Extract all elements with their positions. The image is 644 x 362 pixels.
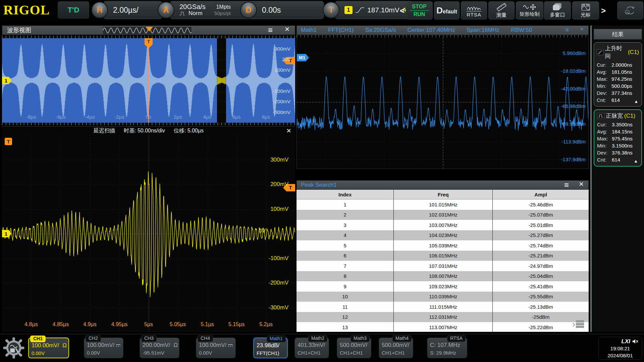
peak-cell: -25.13dBm bbox=[493, 302, 589, 312]
stop-run-divider bbox=[410, 10, 429, 11]
stop-run-button[interactable]: STOP RUN bbox=[406, 1, 433, 19]
acquire-knob[interactable]: A bbox=[158, 2, 174, 18]
stat-value: 3.1500ns bbox=[612, 142, 633, 149]
channel-offset: CH1+CH1 bbox=[298, 350, 326, 356]
fft-operation: FFT(CH1) bbox=[328, 27, 354, 34]
delay-knob[interactable]: D bbox=[240, 2, 257, 18]
channel-tab[interactable]: Math2 bbox=[308, 335, 327, 342]
peak-cell: 101.015MHz bbox=[394, 199, 493, 210]
peak-table-row[interactable]: 10110.039MHz-25.55dBm bbox=[297, 292, 589, 302]
cursor-button[interactable]: A B 光标 bbox=[572, 1, 599, 19]
t-axis-label: 4.8µs bbox=[19, 321, 43, 327]
channel-tab[interactable]: Math4 bbox=[392, 335, 412, 342]
peak-cell: 108.007MHz bbox=[394, 271, 493, 282]
channel-card-math3[interactable]: Math3500.00mV/CH1+CH1 bbox=[337, 338, 371, 358]
fft-plot[interactable]: M1 5.960dBm-18.02dBm-42.00dBm-65.98dBm-8… bbox=[297, 35, 589, 169]
channel-tab[interactable]: CH2 bbox=[86, 335, 101, 342]
delayed-sweep-plot[interactable]: T 1 T 300mV200mV100mV0V-100mV-200mV-300m… bbox=[2, 135, 295, 332]
wave-view-plot[interactable]: T 1 T 300mV200100mV-100mV-200mV-300mV-8µ… bbox=[2, 36, 295, 125]
wave-close-icon[interactable]: × bbox=[285, 26, 289, 33]
stat-row: Cnt:614▲ bbox=[597, 97, 639, 104]
channel-card-math1[interactable]: Math123.98dB/FFT(CH1) bbox=[253, 338, 288, 358]
v-axis-label: -100mV bbox=[267, 88, 290, 94]
peak-cell: 106.015MHz bbox=[394, 251, 493, 261]
channel-tab[interactable]: RTSA bbox=[447, 335, 466, 342]
channel-tab[interactable]: Math3 bbox=[351, 335, 370, 342]
peak-close-icon[interactable]: × bbox=[579, 181, 584, 187]
nav-left-chevron[interactable]: < bbox=[400, 6, 405, 15]
peak-cell: 11 bbox=[297, 302, 394, 312]
stat-row: Avg:181.05ns bbox=[597, 68, 639, 75]
peak-cell: 110.039MHz bbox=[394, 292, 493, 302]
channel-card-math4[interactable]: Math4500.00mV/CH1+CH1 bbox=[379, 338, 413, 358]
channel-tab[interactable]: Math1 bbox=[267, 336, 286, 342]
peak-table-row[interactable]: 7107.031MHz-24.97dBm bbox=[297, 261, 589, 271]
rigol-gear-logo[interactable] bbox=[3, 336, 25, 360]
default-button[interactable]: Default bbox=[434, 1, 460, 19]
measurement-card[interactable]: 正脉宽(C1)Cur:3.3500nsAvg:184.15nsMax:975.4… bbox=[594, 109, 642, 167]
zoom-trigger-tag[interactable]: T bbox=[5, 138, 12, 145]
stat-value: 181.05ns bbox=[611, 68, 632, 75]
delayed-sweep-close-icon[interactable]: × bbox=[286, 126, 291, 135]
peak-table-row[interactable]: 4104.023MHz-25.27dBm bbox=[297, 230, 589, 241]
collapse-triangle-icon[interactable]: ▲ bbox=[634, 98, 638, 105]
channel-offset: S: 29.9MHz bbox=[430, 350, 464, 356]
peak-expand-icon[interactable]: › bbox=[572, 320, 584, 328]
delay-pill[interactable]: 0.00s bbox=[252, 1, 324, 19]
channel-card-ch2[interactable]: CH2100.00mV/0.00V bbox=[84, 338, 123, 358]
peak-table-row[interactable]: 2102.031MHz-25.07dBm bbox=[297, 210, 589, 220]
channel-tab[interactable]: CH1 bbox=[30, 336, 46, 342]
peak-table-row[interactable]: 12112.031MHz-25dBm bbox=[297, 312, 589, 322]
peak-cell: 113.007MHz bbox=[394, 322, 493, 332]
peak-table-row[interactable]: 13113.007MHz-25.22dBm bbox=[297, 322, 589, 332]
circular-arrows-icon bbox=[624, 5, 637, 16]
peak-table-row[interactable]: 1101.015MHz-25.46dBm bbox=[297, 199, 589, 210]
channel-card-ch4[interactable]: CH4100.00mV/0.00V bbox=[196, 338, 236, 358]
peak-table-row[interactable]: 8108.007MHz-25.04dBm bbox=[297, 271, 589, 282]
peak-table-row[interactable]: 3103.007MHz-25.01dBm bbox=[297, 220, 589, 230]
channel-card-ch3[interactable]: CH3200.00mV/Ω-95.51mV bbox=[140, 338, 179, 358]
collapse-triangle-icon[interactable]: ▲ bbox=[634, 158, 638, 165]
delay-group[interactable]: D 0.00s bbox=[240, 1, 324, 19]
peak-table-row[interactable]: 5105.039MHz-25.74dBm bbox=[297, 240, 589, 251]
peak-table-row[interactable]: 9109.023MHz-25.41dBm bbox=[297, 281, 589, 292]
channel-card-ch1[interactable]: CH1100.00mV/Ω0.00V bbox=[28, 338, 69, 358]
status-block[interactable]: LXI 19:08:21 2024/08/01 bbox=[598, 337, 642, 360]
channel-card-math2[interactable]: Math2401.33mV/CH1+CH1 bbox=[294, 338, 329, 358]
v-axis-label: 300mV bbox=[267, 46, 290, 52]
channel-offset: -95.51mV bbox=[143, 350, 176, 356]
peak-cell: 102.031MHz bbox=[394, 210, 493, 220]
waveform-draw-button[interactable]: 矩形绘制 bbox=[516, 1, 543, 19]
sample-resolution: 50ps/pt bbox=[214, 10, 231, 16]
channel-tab[interactable]: CH3 bbox=[141, 335, 157, 342]
multi-window-button[interactable]: 多窗口 bbox=[544, 1, 571, 19]
horizontal-knob[interactable]: H bbox=[91, 2, 108, 18]
refresh-mode-button[interactable] bbox=[617, 1, 643, 19]
peak-table-row[interactable]: 6106.015MHz-25.21dBm bbox=[297, 251, 589, 261]
channel-offset: CH1+CH1 bbox=[382, 350, 410, 356]
wave-menu-icon[interactable]: ≡ bbox=[268, 27, 273, 34]
horizontal-group[interactable]: H 2.00µs/ bbox=[91, 1, 162, 19]
fft-x-label: 101.00MHz bbox=[309, 170, 336, 176]
rtsa-spectrum-icon bbox=[467, 4, 481, 10]
peak-menu-icon[interactable]: ≡ bbox=[564, 182, 569, 188]
overview-trigger-marker[interactable] bbox=[146, 27, 153, 32]
stat-row: Avg:184.15ns bbox=[597, 128, 639, 135]
timebase-pill[interactable]: 2.00µs/ bbox=[103, 1, 162, 19]
trigger-knob[interactable]: T bbox=[323, 2, 339, 18]
measure-button[interactable]: 测量 bbox=[488, 1, 515, 19]
rigol-logo: RIGOL bbox=[3, 3, 50, 17]
fft-close-icon[interactable]: × bbox=[580, 26, 584, 33]
peak-table-row[interactable]: 11111.015MHz-25.13dBm bbox=[297, 302, 589, 312]
t-axis-label: 0s bbox=[139, 114, 159, 120]
rtsa-button[interactable]: RTSA bbox=[461, 1, 487, 19]
nav-right-chevron[interactable]: > bbox=[601, 6, 606, 15]
trigger-status[interactable]: T'D bbox=[58, 1, 89, 19]
channel-card-rtsa[interactable]: RTSAC: 107.MHzS: 29.9MHz bbox=[427, 338, 467, 358]
gridline bbox=[119, 36, 120, 125]
fft-span: Span:16MHz bbox=[467, 27, 499, 34]
channel-tab[interactable]: CH4 bbox=[198, 335, 213, 342]
fft-menu-icon[interactable]: ≡ bbox=[566, 27, 569, 34]
gridline bbox=[149, 135, 149, 332]
measurement-card[interactable]: 上升时间(C1)Cur:2.0000nsAvg:181.05nsMax:974.… bbox=[594, 42, 642, 107]
